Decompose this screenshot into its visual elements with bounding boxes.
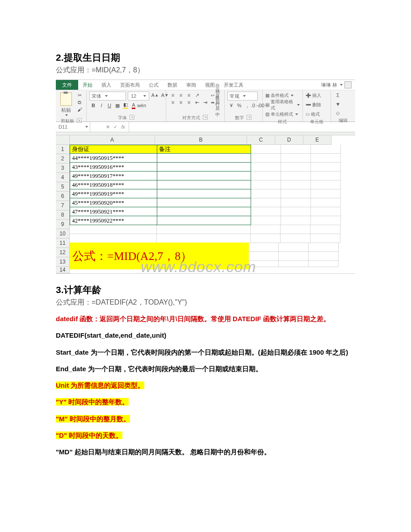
- cell[interactable]: [249, 252, 279, 261]
- row-header[interactable]: 10: [56, 229, 70, 239]
- formula-input[interactable]: [129, 122, 355, 132]
- delete-cells-button[interactable]: ➖删除: [306, 101, 321, 109]
- table-header-note[interactable]: 备注: [157, 145, 251, 154]
- cell[interactable]: [311, 189, 341, 198]
- cell[interactable]: [309, 261, 339, 267]
- cell[interactable]: [281, 180, 311, 189]
- font-name-combo[interactable]: 宋体: [89, 92, 126, 101]
- cell[interactable]: [281, 163, 311, 172]
- cell[interactable]: [251, 234, 281, 243]
- cell[interactable]: [310, 234, 340, 243]
- cell[interactable]: [281, 154, 311, 163]
- cell[interactable]: 42****19950922****: [70, 216, 157, 225]
- cell[interactable]: 45****19950920****: [70, 198, 157, 207]
- cell[interactable]: [309, 252, 339, 261]
- merge-center-button[interactable]: ⬌合并后居中: [211, 99, 222, 106]
- tab-formulas[interactable]: 公式: [144, 80, 163, 90]
- col-header[interactable]: C: [247, 135, 275, 145]
- col-header[interactable]: B: [155, 135, 247, 145]
- cell[interactable]: [281, 216, 311, 225]
- align-top-button[interactable]: ≡: [169, 92, 177, 99]
- orientation-button[interactable]: ↗: [193, 92, 201, 99]
- cell[interactable]: [281, 145, 311, 154]
- cell[interactable]: [157, 189, 251, 198]
- conditional-format-button[interactable]: ▦条件格式: [265, 92, 294, 99]
- font-color-button[interactable]: A: [130, 102, 138, 109]
- cell[interactable]: [70, 225, 157, 234]
- cell[interactable]: [251, 189, 281, 198]
- align-middle-button[interactable]: ≡: [177, 92, 185, 99]
- cell[interactable]: 44****19950915****: [70, 154, 157, 163]
- cell[interactable]: 43****19950916****: [70, 163, 157, 172]
- cell[interactable]: [311, 207, 341, 216]
- border-button[interactable]: ▦: [113, 102, 122, 109]
- indent-less-button[interactable]: ⇤: [193, 99, 201, 106]
- cell[interactable]: [281, 234, 310, 243]
- fill-button[interactable]: ▼: [334, 101, 342, 108]
- tab-layout[interactable]: 页面布局: [116, 80, 144, 90]
- cell[interactable]: [311, 198, 341, 207]
- clear-button[interactable]: ◇: [334, 109, 342, 117]
- copy-button[interactable]: ⧉: [75, 99, 84, 106]
- col-header[interactable]: D: [275, 135, 303, 145]
- indent-more-button[interactable]: ⇥: [201, 99, 209, 106]
- fill-color-button[interactable]: ◧: [122, 102, 130, 109]
- cell[interactable]: [249, 261, 279, 267]
- cell[interactable]: [251, 207, 281, 216]
- row-header[interactable]: 2: [56, 154, 70, 163]
- row-header[interactable]: 14: [56, 267, 70, 273]
- cell[interactable]: [157, 225, 251, 234]
- col-header[interactable]: E: [303, 135, 331, 145]
- underline-button[interactable]: U: [105, 102, 113, 109]
- cell[interactable]: [251, 216, 281, 225]
- font-size-combo[interactable]: 12: [128, 92, 149, 101]
- cell[interactable]: [311, 163, 341, 172]
- cell[interactable]: [251, 154, 281, 163]
- row-header[interactable]: 9: [56, 220, 70, 229]
- dialog-launcher-icon[interactable]: ↘: [130, 115, 134, 120]
- cell[interactable]: 49****19950919****: [70, 189, 157, 198]
- row-header[interactable]: 4: [56, 173, 70, 182]
- cell[interactable]: [311, 172, 341, 180]
- tab-dev[interactable]: 开发工具: [219, 80, 248, 90]
- cut-button[interactable]: ✂: [75, 92, 84, 99]
- tab-file[interactable]: 文件: [56, 80, 78, 90]
- tab-home[interactable]: 开始: [78, 80, 97, 90]
- align-center-button[interactable]: ≡: [177, 99, 185, 106]
- number-format-combo[interactable]: 常规: [227, 92, 258, 101]
- insert-cells-button[interactable]: ➕插入: [306, 92, 321, 99]
- cell[interactable]: [281, 172, 311, 180]
- cell[interactable]: [311, 180, 341, 189]
- cell[interactable]: [251, 163, 281, 172]
- tab-data[interactable]: 数据: [163, 80, 182, 90]
- align-bottom-button[interactable]: ≡: [185, 92, 193, 99]
- percent-button[interactable]: %: [235, 102, 243, 109]
- fx-icon[interactable]: fx: [121, 124, 125, 130]
- grow-font-button[interactable]: A▲: [151, 92, 159, 99]
- paste-button[interactable]: 粘贴: [59, 92, 74, 117]
- cell[interactable]: [251, 145, 281, 154]
- tab-insert[interactable]: 插入: [97, 80, 116, 90]
- row-header[interactable]: 11: [56, 239, 70, 248]
- cell[interactable]: [157, 216, 251, 225]
- table-header-id[interactable]: 身份证: [70, 145, 157, 154]
- tab-review[interactable]: 审阅: [182, 80, 201, 90]
- row-header[interactable]: 7: [56, 201, 70, 210]
- cell[interactable]: [157, 180, 251, 189]
- cell[interactable]: [279, 243, 309, 252]
- cell[interactable]: [251, 172, 281, 180]
- cell[interactable]: [281, 225, 310, 234]
- phonetic-button[interactable]: wén: [138, 102, 146, 109]
- cell[interactable]: [157, 163, 251, 172]
- cell[interactable]: [251, 180, 281, 189]
- italic-button[interactable]: I: [97, 102, 105, 109]
- comma-button[interactable]: ,: [243, 102, 252, 109]
- cell[interactable]: [251, 198, 281, 207]
- cell[interactable]: [157, 172, 251, 180]
- cell[interactable]: [309, 243, 339, 252]
- cell[interactable]: [310, 225, 340, 234]
- row-header[interactable]: 12: [56, 248, 70, 257]
- cell-styles-button[interactable]: ▧单元格样式: [265, 110, 298, 118]
- cell[interactable]: [281, 207, 311, 216]
- row-header[interactable]: 5: [56, 182, 70, 192]
